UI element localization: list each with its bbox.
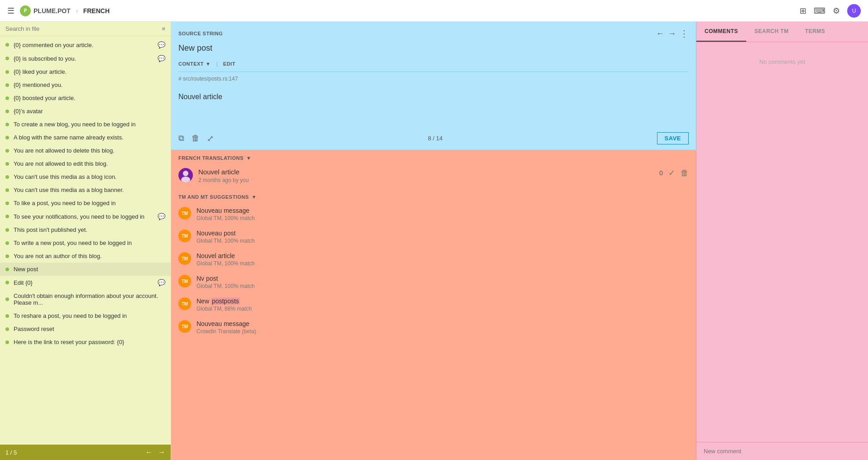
french-translations-list: Nouvel article 2 months ago by you 0 ✓ 🗑 bbox=[171, 164, 696, 189]
top-navigation: ☰ P PLUME.POT › FRENCH ⊞ ⌨ ⚙ U bbox=[0, 0, 868, 22]
engine-icon: TM bbox=[178, 230, 191, 242]
list-item[interactable]: You are not allowed to delete this blog. bbox=[0, 144, 171, 157]
next-string-button[interactable]: → bbox=[668, 29, 676, 38]
svg-point-0 bbox=[183, 171, 188, 176]
source-nav-arrows: ← → ⋮ bbox=[656, 28, 689, 39]
status-dot bbox=[5, 241, 9, 245]
item-text: You are not allowed to delete this blog. bbox=[14, 147, 165, 154]
list-item[interactable]: Couldn't obtain enough information about… bbox=[0, 289, 171, 309]
item-text: To reshare a post, you need to be logged… bbox=[14, 312, 165, 319]
status-dot bbox=[5, 96, 9, 100]
main-layout: ≡ {0} commented on your article. 💬 {0} i… bbox=[0, 22, 868, 460]
status-dot bbox=[5, 188, 9, 192]
list-item[interactable]: To see your notifications, you need to b… bbox=[0, 210, 171, 223]
list-item[interactable]: Password reset bbox=[0, 322, 171, 335]
french-translations-header: FRENCH TRANSLATIONS ▼ bbox=[171, 150, 696, 164]
copy-source-button[interactable]: ⧉ bbox=[178, 134, 184, 144]
search-bar: ≡ bbox=[0, 22, 171, 36]
prev-string-button[interactable]: ← bbox=[656, 29, 664, 38]
suggestion-content: Nouveau message Global TM, 100% match bbox=[197, 207, 689, 221]
suggestion-item[interactable]: TM Nouveau post Global TM, 100% match bbox=[171, 226, 696, 249]
list-item[interactable]: You are not an author of this blog. bbox=[0, 249, 171, 263]
engine-icon: TM bbox=[178, 320, 191, 333]
list-item[interactable]: {0} is subscribed to you. 💬 bbox=[0, 52, 171, 65]
project-name: FRENCH bbox=[83, 7, 110, 14]
source-string-label: SOURCE STRING bbox=[178, 31, 223, 36]
source-string-text: New post bbox=[171, 43, 696, 58]
suggestion-item[interactable]: TM Nouveau message Crowdin Translate (be… bbox=[171, 316, 696, 339]
list-item[interactable]: To create a new blog, you need to be log… bbox=[0, 118, 171, 131]
comment-icon: 💬 bbox=[158, 213, 165, 220]
suggestion-text: Nouveau message bbox=[197, 320, 689, 327]
suggestion-source: Global TM, 88% match bbox=[197, 306, 689, 312]
list-item[interactable]: To reshare a post, you need to be logged… bbox=[0, 309, 171, 322]
list-item[interactable]: A blog with the same name already exists… bbox=[0, 131, 171, 144]
search-input[interactable] bbox=[5, 25, 158, 32]
item-text: {0} boosted your article. bbox=[14, 95, 165, 101]
tab-comments[interactable]: COMMENTS bbox=[696, 22, 746, 42]
tab-terms[interactable]: TERMS bbox=[797, 22, 834, 42]
user-avatar[interactable]: U bbox=[847, 4, 861, 18]
item-text: {0} commented on your article. bbox=[14, 42, 155, 48]
list-item[interactable]: {0} commented on your article. 💬 bbox=[0, 38, 171, 52]
delete-translation-button[interactable]: 🗑 bbox=[681, 168, 689, 178]
pagination-bar: 1 / 5 ← → bbox=[0, 445, 171, 460]
status-dot bbox=[5, 215, 9, 218]
edit-button[interactable]: EDIT bbox=[223, 61, 235, 67]
suggestion-item[interactable]: TM New postposts Global TM, 88% match bbox=[171, 294, 696, 316]
item-text: {0}'s avatar bbox=[14, 108, 165, 115]
keyboard-icon[interactable]: ⌨ bbox=[814, 6, 825, 16]
translation-input[interactable]: Nouvel article bbox=[178, 93, 689, 120]
list-item[interactable]: To write a new post, you need to be logg… bbox=[0, 236, 171, 249]
suggestion-item[interactable]: TM Nouveau message Global TM, 100% match bbox=[171, 203, 696, 226]
list-item[interactable]: {0} liked your article. bbox=[0, 65, 171, 78]
list-item[interactable]: {0} boosted your article. bbox=[0, 91, 171, 105]
status-dot bbox=[5, 136, 9, 139]
suggestion-content: Nv post Global TM, 100% match bbox=[197, 275, 689, 289]
list-item[interactable]: You can't use this media as a blog icon. bbox=[0, 170, 171, 183]
item-text: {0} mentioned you. bbox=[14, 81, 165, 88]
list-item[interactable]: To like a post, you need to be logged in bbox=[0, 196, 171, 210]
char-count: 8 / 14 bbox=[428, 135, 443, 142]
status-dot bbox=[5, 57, 9, 60]
status-dot bbox=[5, 254, 9, 258]
list-item[interactable]: You are not allowed to edit this blog. bbox=[0, 157, 171, 170]
save-button[interactable]: SAVE bbox=[657, 132, 689, 144]
svg-point-1 bbox=[181, 177, 190, 182]
next-page-button[interactable]: → bbox=[158, 448, 165, 456]
list-item[interactable]: You can't use this media as a blog banne… bbox=[0, 183, 171, 196]
list-item[interactable]: This post isn't published yet. bbox=[0, 223, 171, 236]
suggestion-item[interactable]: TM Nouvel article Global TM, 100% match bbox=[171, 249, 696, 271]
clear-translation-button[interactable]: 🗑 bbox=[192, 134, 200, 144]
source-meta: CONTEXT ▼ | EDIT bbox=[171, 58, 696, 72]
approve-button[interactable]: ✓ bbox=[668, 168, 675, 178]
more-options-button[interactable]: ⋮ bbox=[680, 28, 689, 39]
french-translation-item: Nouvel article 2 months ago by you 0 ✓ 🗑 bbox=[171, 164, 696, 189]
list-item[interactable]: Edit {0} 💬 bbox=[0, 276, 171, 289]
brand: P PLUME.POT bbox=[20, 5, 71, 16]
list-item[interactable]: Here is the link to reset your password:… bbox=[0, 335, 171, 349]
engine-icon: TM bbox=[178, 297, 191, 310]
grid-view-icon[interactable]: ⊞ bbox=[800, 6, 806, 16]
prev-page-button[interactable]: ← bbox=[145, 448, 153, 456]
translation-tools: ⧉ 🗑 ⤢ bbox=[178, 134, 214, 144]
suggestion-text: Nouveau message bbox=[197, 207, 689, 214]
engine-icon: TM bbox=[178, 275, 191, 288]
breadcrumb-chevron: › bbox=[76, 8, 78, 14]
user-avatar bbox=[178, 168, 193, 182]
list-item[interactable]: New post bbox=[0, 263, 171, 276]
filter-icon[interactable]: ≡ bbox=[162, 25, 165, 32]
tab-search-tm[interactable]: SEARCH TM bbox=[746, 22, 797, 42]
suggestions-list: TM Nouveau message Global TM, 100% match… bbox=[171, 203, 696, 339]
status-dot bbox=[5, 297, 9, 301]
suggestion-item[interactable]: TM Nv post Global TM, 100% match bbox=[171, 271, 696, 294]
menu-icon[interactable]: ☰ bbox=[7, 6, 14, 16]
new-comment-input[interactable] bbox=[704, 448, 861, 455]
suggestion-text: Nouveau post bbox=[197, 230, 689, 237]
list-item[interactable]: {0}'s avatar bbox=[0, 105, 171, 118]
status-dot bbox=[5, 123, 9, 126]
settings-icon[interactable]: ⚙ bbox=[833, 6, 840, 16]
list-item[interactable]: {0} mentioned you. bbox=[0, 78, 171, 91]
expand-button[interactable]: ⤢ bbox=[207, 134, 214, 144]
context-button[interactable]: CONTEXT ▼ bbox=[178, 61, 211, 67]
